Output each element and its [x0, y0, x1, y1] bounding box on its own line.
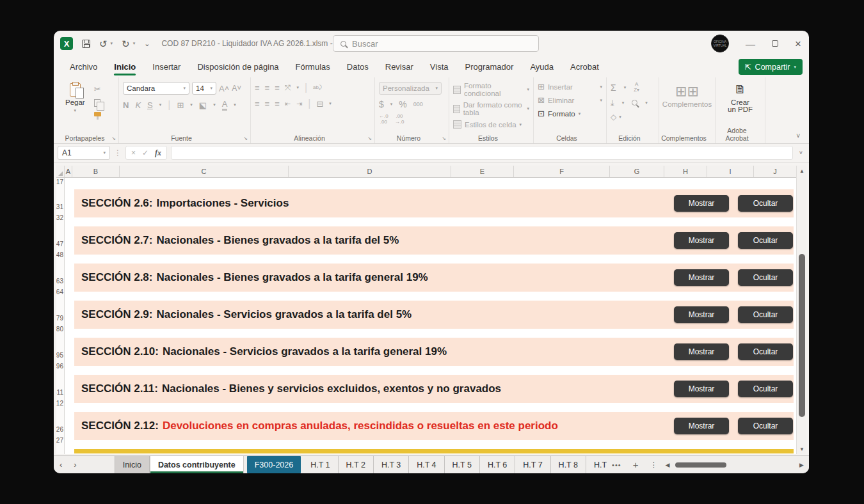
- h-scroll-right-icon[interactable]: ▶: [799, 456, 804, 473]
- hide-button[interactable]: Ocultar: [738, 381, 793, 397]
- col-header[interactable]: F: [514, 166, 610, 177]
- sheet-tab-f300-2026[interactable]: F300-2026: [247, 456, 301, 473]
- shrink-font-icon[interactable]: A˅: [232, 84, 241, 93]
- horizontal-scrollbar[interactable]: ◀ ▶: [665, 456, 806, 473]
- row-header[interactable]: 395: [56, 352, 63, 359]
- quick-access-customize-icon[interactable]: ⌄: [144, 40, 150, 47]
- row-header[interactable]: 379: [56, 315, 63, 322]
- col-header[interactable]: C: [120, 166, 289, 177]
- tab-insertar[interactable]: Insertar: [144, 56, 189, 77]
- font-family-select[interactable]: Candara▾: [123, 82, 189, 95]
- format-as-table-button[interactable]: Dar formato como tabla▾: [453, 101, 529, 116]
- maximize-icon[interactable]: [772, 40, 778, 47]
- row-header[interactable]: 364: [56, 288, 63, 296]
- sheet-tab-ht5[interactable]: H.T 5: [445, 456, 480, 473]
- show-button[interactable]: Mostrar: [674, 269, 729, 286]
- vertical-scrollbar[interactable]: ▲ ▼: [796, 166, 806, 454]
- h-scroll-thumb[interactable]: [675, 462, 726, 468]
- thousands-icon[interactable]: 000: [413, 101, 423, 107]
- sheet-tab-ht1[interactable]: H.T 1: [303, 456, 338, 473]
- increase-indent-icon[interactable]: ⇥: [296, 100, 302, 108]
- sheet-menu-icon[interactable]: ⋮: [644, 456, 662, 473]
- font-size-select[interactable]: 14▾: [192, 82, 216, 95]
- copy-icon[interactable]: [94, 99, 100, 107]
- delete-cells-button[interactable]: ⊠ Eliminar▾: [538, 95, 602, 105]
- row-header[interactable]: 427: [56, 437, 63, 445]
- decrease-decimal-icon[interactable]: .00→.0: [395, 114, 404, 125]
- format-painter-icon[interactable]: [94, 112, 101, 116]
- find-select-icon[interactable]: [632, 100, 637, 106]
- decrease-indent-icon[interactable]: ⇤: [285, 100, 291, 108]
- enter-icon[interactable]: ✓: [142, 148, 148, 157]
- select-all-corner[interactable]: [56, 166, 65, 177]
- align-bottom-icon[interactable]: ≡: [275, 83, 279, 93]
- dialog-launcher-icon[interactable]: ↘: [111, 136, 116, 141]
- sheet-tab-ht4[interactable]: H.T 4: [409, 456, 444, 473]
- avatar[interactable]: OFICINAVIRTUAL: [711, 35, 729, 52]
- sheet-tab-overflow[interactable]: H.T: [586, 456, 607, 473]
- cell-styles-button[interactable]: Estilos de celda▾: [453, 120, 529, 129]
- autosum-icon[interactable]: Σ: [611, 83, 616, 93]
- currency-icon[interactable]: $: [379, 99, 384, 109]
- h-scroll-left-icon[interactable]: ◀: [665, 456, 669, 473]
- insert-function-icon[interactable]: fx: [155, 148, 161, 158]
- chevron-down-icon[interactable]: ▾: [111, 41, 113, 46]
- col-header[interactable]: I: [707, 166, 754, 177]
- underline-button[interactable]: S: [147, 100, 153, 110]
- scroll-down-icon[interactable]: ▼: [797, 444, 807, 454]
- align-right-icon[interactable]: ≡: [275, 99, 279, 109]
- sheet-tab-ht8[interactable]: H.T 8: [551, 456, 586, 473]
- save-icon[interactable]: [82, 40, 90, 48]
- sheet-tab-ht7[interactable]: H.T 7: [515, 456, 550, 473]
- search-input[interactable]: Buscar: [333, 35, 539, 52]
- v-scroll-thumb[interactable]: [799, 254, 805, 417]
- formula-bar-expand-icon[interactable]: ˅: [797, 150, 805, 156]
- hide-button[interactable]: Ocultar: [738, 232, 793, 249]
- sheet-tab-inicio[interactable]: Inicio: [115, 456, 150, 473]
- paste-button[interactable]: Pegar ▾: [61, 82, 89, 116]
- row-header[interactable]: 317: [56, 178, 63, 186]
- show-button[interactable]: Mostrar: [674, 306, 729, 323]
- dialog-launcher-icon[interactable]: ↘: [243, 136, 248, 141]
- cut-icon[interactable]: ✂: [94, 84, 101, 94]
- col-header[interactable]: E: [451, 166, 514, 177]
- tab-datos[interactable]: Datos: [339, 56, 377, 77]
- col-header[interactable]: H: [664, 166, 707, 177]
- show-button[interactable]: Mostrar: [674, 418, 729, 434]
- tab-revisar[interactable]: Revisar: [377, 56, 422, 77]
- undo-icon[interactable]: ↺: [99, 39, 108, 49]
- col-header[interactable]: J: [754, 166, 796, 177]
- tab-disposicion[interactable]: Disposición de página: [189, 56, 287, 77]
- sheet-overflow-ellipsis[interactable]: •••: [607, 456, 627, 473]
- conditional-formatting-button[interactable]: Formato condicional▾: [453, 82, 529, 97]
- tab-formulas[interactable]: Fórmulas: [287, 56, 339, 77]
- ribbon-collapse-icon[interactable]: ˅: [796, 132, 800, 139]
- show-button[interactable]: Mostrar: [674, 232, 729, 249]
- dialog-launcher-icon[interactable]: ↘: [367, 136, 372, 141]
- align-top-icon[interactable]: ≡: [255, 83, 259, 93]
- show-button[interactable]: Mostrar: [674, 343, 729, 360]
- dialog-launcher-icon[interactable]: ↘: [442, 136, 446, 141]
- hide-button[interactable]: Ocultar: [738, 418, 793, 434]
- orientation-icon[interactable]: ⤧: [285, 83, 291, 92]
- sheet-tab-ht2[interactable]: H.T 2: [339, 456, 374, 473]
- col-header[interactable]: G: [610, 166, 664, 177]
- row-header[interactable]: 411: [56, 389, 63, 397]
- create-pdf-button[interactable]: 🗎 Crear un PDF: [719, 82, 761, 114]
- col-header[interactable]: D: [289, 166, 451, 177]
- hide-button[interactable]: Ocultar: [738, 195, 793, 212]
- row-header[interactable]: 396: [56, 363, 63, 370]
- close-icon[interactable]: ×: [795, 38, 801, 49]
- new-sheet-button[interactable]: +: [627, 456, 645, 473]
- sheet-nav-right-icon[interactable]: ›: [68, 456, 82, 473]
- wrap-text-icon[interactable]: ab⤸: [313, 85, 322, 91]
- format-cells-button[interactable]: ⊡ Formato▾: [538, 109, 602, 118]
- share-button[interactable]: ⇱ Compartir ▾: [739, 59, 803, 75]
- hide-button[interactable]: Ocultar: [738, 306, 793, 323]
- borders-icon[interactable]: ⊞: [177, 100, 184, 110]
- chevron-down-icon[interactable]: ▾: [133, 41, 136, 46]
- row-header[interactable]: 426: [56, 426, 63, 434]
- hide-button[interactable]: Ocultar: [738, 269, 793, 286]
- addins-button[interactable]: ⊞⊞ Complementos: [663, 83, 711, 109]
- row-header[interactable]: 363: [56, 278, 63, 285]
